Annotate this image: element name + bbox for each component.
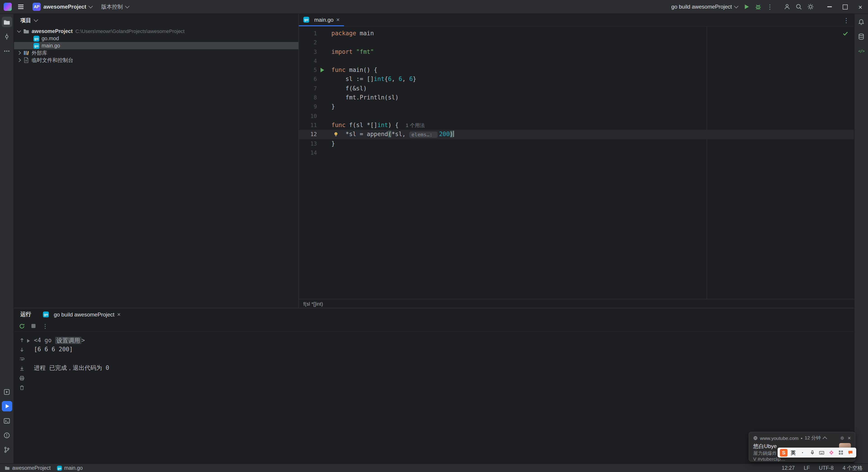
notification-close-icon[interactable]: × xyxy=(848,435,851,441)
code-line-11[interactable]: 11 func f(sl *[]int) { 1 个用法 xyxy=(299,121,854,130)
soft-wrap-button[interactable] xyxy=(17,355,26,363)
tree-item-project-root[interactable]: awesomeProjectC:\Users\meowr\GolandProje… xyxy=(14,28,298,35)
code-line-10[interactable]: 10 xyxy=(299,112,854,121)
window-close-button[interactable]: × xyxy=(852,0,868,13)
tab-close-icon[interactable]: × xyxy=(117,312,121,317)
line-number[interactable]: 1 xyxy=(299,29,317,38)
feedback-icon[interactable] xyxy=(846,449,854,457)
code-line-4[interactable]: 4 xyxy=(299,57,854,66)
chevron-right-icon[interactable] xyxy=(17,51,21,55)
window-minimize-button[interactable] xyxy=(822,0,837,13)
rerun-button[interactable] xyxy=(17,321,27,331)
more-tool-windows-button[interactable] xyxy=(2,46,12,56)
console-output[interactable]: <4 go 设置调用>[6 6 6 200] 进程 已完成，退出代码为 0 xyxy=(29,332,854,464)
line-number[interactable]: 13 xyxy=(299,139,317,148)
debug-button[interactable] xyxy=(752,1,764,13)
problems-tool-window-button[interactable] xyxy=(2,430,12,440)
toolbox-icon[interactable] xyxy=(837,449,844,457)
scroll-to-end-button[interactable] xyxy=(17,365,26,372)
search-everywhere-button[interactable] xyxy=(793,1,805,13)
tab-close-icon[interactable]: × xyxy=(336,17,340,23)
english-mode-icon[interactable]: 英 xyxy=(789,449,797,457)
code-line-12[interactable]: 12 *sl = append(*sl, elems…: 200) xyxy=(299,130,854,139)
settings-button[interactable] xyxy=(805,1,816,13)
line-number[interactable]: 5 xyxy=(299,66,317,75)
line-number[interactable]: 12 xyxy=(299,130,317,139)
endpoints-tool-window-button[interactable]: </> xyxy=(856,46,866,56)
project-panel-header[interactable]: 项目 xyxy=(14,14,298,27)
main-menu-button[interactable] xyxy=(16,1,26,12)
inlay-hint[interactable]: elems…: xyxy=(409,132,438,138)
code-editor[interactable]: 1 package main 2 3 import "fmt" 4 5 func… xyxy=(299,27,854,299)
terminal-tool-window-button[interactable] xyxy=(2,415,12,426)
run-configuration-selector[interactable]: go build awesomeProject xyxy=(669,2,741,11)
line-number[interactable]: 3 xyxy=(299,47,317,57)
commit-tool-window-button[interactable] xyxy=(2,31,12,41)
line-number[interactable]: 7 xyxy=(299,84,317,93)
code-line-6[interactable]: 6 sl := []int{6, 6, 6} xyxy=(299,75,854,84)
run-tool-window-button[interactable] xyxy=(2,401,12,411)
punctuation-icon[interactable]: · xyxy=(799,449,807,457)
inspections-status-button[interactable] xyxy=(842,30,848,37)
line-number[interactable]: 14 xyxy=(299,148,317,158)
version-control-tool-window-button[interactable] xyxy=(2,444,12,455)
line-number[interactable]: 10 xyxy=(299,112,317,121)
editor-tab-main-go[interactable]: go main.go × xyxy=(299,14,344,26)
folded-region[interactable]: 设置调用 xyxy=(55,337,81,344)
code-line-2[interactable]: 2 xyxy=(299,38,854,48)
usage-hint[interactable]: 1 个用法 xyxy=(406,123,425,128)
editor-breadcrumb[interactable]: f(sl *[]int) xyxy=(299,299,854,308)
window-maximize-button[interactable] xyxy=(837,0,852,13)
print-button[interactable] xyxy=(17,374,26,382)
chevron-down-icon[interactable] xyxy=(17,29,21,33)
code-line-1[interactable]: 1 package main xyxy=(299,29,854,38)
statusbar-file[interactable]: go main.go xyxy=(57,465,83,471)
sogou-input-icon[interactable]: S xyxy=(780,449,787,457)
tree-item-main-go-file[interactable]: gomain.go xyxy=(14,42,298,49)
fold-expand-icon[interactable] xyxy=(27,339,30,343)
statusbar-project[interactable]: awesomeProject xyxy=(4,465,51,471)
run-tab-go-build[interactable]: go go build awesomeProject × xyxy=(43,311,121,318)
code-line-14[interactable]: 14 xyxy=(299,148,854,158)
code-with-me-button[interactable] xyxy=(781,1,793,13)
line-number[interactable]: 8 xyxy=(299,93,317,102)
indent-widget[interactable]: 4 个空格 xyxy=(843,465,863,471)
intention-bulb-icon[interactable] xyxy=(333,132,339,137)
database-tool-window-button[interactable] xyxy=(856,31,866,41)
stop-button[interactable] xyxy=(29,321,38,331)
project-widget[interactable]: AP awesomeProject xyxy=(30,1,95,12)
clear-console-button[interactable] xyxy=(17,384,26,391)
editor-options-button[interactable]: ⋮ xyxy=(843,17,854,24)
notification-settings-gear-icon[interactable] xyxy=(840,436,844,440)
tree-item-scratches-and-consoles[interactable]: 临时文件和控制台 xyxy=(14,57,298,64)
notifications-button[interactable] xyxy=(856,17,866,27)
code-line-13[interactable]: 13 } xyxy=(299,139,854,148)
voice-input-icon[interactable] xyxy=(808,449,816,457)
line-separator-widget[interactable]: LF xyxy=(804,465,810,471)
line-number[interactable]: 11 xyxy=(299,121,317,130)
emoji-icon[interactable] xyxy=(827,449,835,457)
services-tool-window-button[interactable] xyxy=(2,386,12,397)
run-button[interactable] xyxy=(741,1,752,13)
run-more-options-button[interactable]: ⋮ xyxy=(40,321,50,331)
line-number[interactable]: 4 xyxy=(299,57,317,66)
project-tool-window-button[interactable] xyxy=(2,17,12,27)
next-occurrence-button[interactable] xyxy=(17,346,26,353)
tree-item-external-libraries[interactable]: 外部库 xyxy=(14,49,298,57)
line-number[interactable]: 9 xyxy=(299,102,317,112)
encoding-widget[interactable]: UTF-8 xyxy=(819,465,834,471)
code-line-3[interactable]: 3 import "fmt" xyxy=(299,47,854,57)
line-number[interactable]: 6 xyxy=(299,75,317,84)
cursor-position-widget[interactable]: 12:27 xyxy=(782,465,795,471)
line-number[interactable]: 2 xyxy=(299,38,317,48)
tree-item-go-mod-file[interactable]: gogo.mod xyxy=(14,35,298,42)
chevron-right-icon[interactable] xyxy=(17,58,21,62)
code-line-5[interactable]: 5 func main() { xyxy=(299,66,854,75)
code-line-9[interactable]: 9 } xyxy=(299,102,854,112)
soft-keyboard-icon[interactable] xyxy=(818,449,826,457)
code-line-8[interactable]: 8 fmt.Println(sl) xyxy=(299,93,854,102)
more-actions-button[interactable]: ⋮ xyxy=(764,1,776,13)
prev-occurrence-button[interactable] xyxy=(17,336,26,344)
run-gutter-icon[interactable] xyxy=(320,68,324,72)
vcs-widget[interactable]: 版本控制 xyxy=(98,2,131,12)
